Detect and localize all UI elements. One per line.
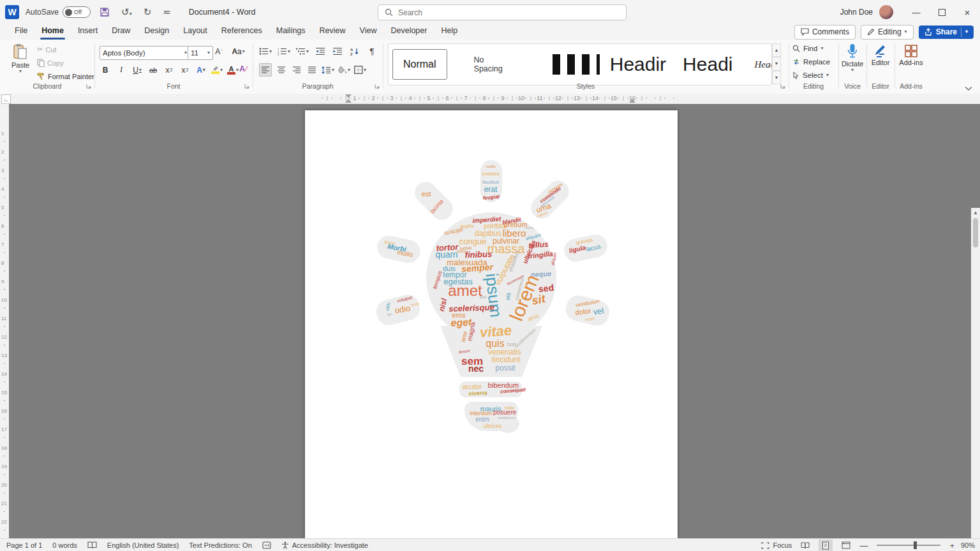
- paragraph-dialog-launcher[interactable]: [374, 83, 380, 89]
- zoom-slider-thumb[interactable]: [914, 541, 917, 549]
- focus-mode-button[interactable]: Focus: [761, 541, 792, 549]
- wordcloud-word: erat: [484, 186, 498, 193]
- highlight-button[interactable]: ▾: [211, 64, 223, 76]
- decrease-indent-button[interactable]: [315, 45, 326, 57]
- tab-file[interactable]: File: [8, 24, 34, 40]
- justify-button[interactable]: [306, 64, 318, 76]
- editing-mode-button[interactable]: Editing ▾: [861, 25, 914, 40]
- numbered-list-button[interactable]: 123▾: [278, 45, 290, 57]
- increase-indent-button[interactable]: [332, 45, 343, 57]
- comments-button[interactable]: Comments: [794, 25, 856, 40]
- scroll-up-icon[interactable]: ▲: [971, 208, 980, 217]
- tab-design[interactable]: Design: [137, 24, 176, 40]
- autosave-toggle[interactable]: AutoSave Off: [26, 6, 91, 18]
- underline-button[interactable]: U▾: [131, 64, 143, 76]
- copy-button[interactable]: Copy: [37, 59, 64, 67]
- autosave-switch[interactable]: Off: [63, 6, 91, 18]
- print-layout-button[interactable]: [819, 540, 833, 551]
- text-predictions-icon[interactable]: [262, 541, 271, 549]
- collapse-ribbon-button[interactable]: [965, 86, 972, 91]
- clipboard-dialog-launcher[interactable]: [85, 83, 92, 89]
- share-button[interactable]: Share ▾: [919, 26, 974, 39]
- word-logo-icon[interactable]: W: [5, 5, 19, 19]
- align-left-button[interactable]: [259, 63, 272, 77]
- zoom-in-button[interactable]: +: [949, 541, 954, 550]
- save-button[interactable]: [97, 7, 112, 17]
- superscript-button[interactable]: x2: [179, 64, 191, 76]
- style-heading1[interactable]: Headir: [610, 54, 666, 75]
- font-size-select[interactable]: 11 ▾: [188, 46, 213, 60]
- align-center-button[interactable]: [276, 64, 287, 76]
- zoom-out-button[interactable]: —: [859, 541, 868, 550]
- web-layout-button[interactable]: [839, 540, 853, 551]
- styles-scroll-down-button[interactable]: ▼: [772, 57, 781, 70]
- tab-layout[interactable]: Layout: [176, 24, 214, 40]
- text-predictions[interactable]: Text Predictions: On: [189, 541, 251, 549]
- format-painter-button[interactable]: Format Painter: [37, 72, 94, 80]
- style-normal[interactable]: Normal: [392, 49, 447, 80]
- hanging-indent-marker[interactable]: [345, 99, 352, 103]
- select-button[interactable]: Select▾: [792, 71, 829, 79]
- zoom-slider[interactable]: [877, 545, 940, 546]
- subscript-button[interactable]: x2: [163, 64, 175, 76]
- shading-button[interactable]: ▾: [338, 64, 350, 76]
- customize-quick-access-icon[interactable]: ≂: [160, 6, 174, 18]
- tab-references[interactable]: References: [214, 24, 269, 40]
- tab-home[interactable]: Home: [34, 24, 71, 40]
- proofing-icon[interactable]: [87, 541, 97, 549]
- style-preview-bars[interactable]: [553, 54, 600, 75]
- tab-help[interactable]: Help: [434, 24, 464, 40]
- tab-view[interactable]: View: [353, 24, 384, 40]
- tab-draw[interactable]: Draw: [105, 24, 137, 40]
- style-no-spacing[interactable]: No Spacing: [474, 55, 503, 73]
- italic-button[interactable]: I: [115, 64, 127, 76]
- tab-developer[interactable]: Developer: [383, 24, 434, 40]
- bold-button[interactable]: B: [100, 64, 111, 76]
- tab-review[interactable]: Review: [313, 24, 353, 40]
- cut-button[interactable]: ✂ Cut: [37, 45, 56, 54]
- borders-button[interactable]: ▾: [354, 64, 366, 76]
- style-heading2[interactable]: Headi: [683, 54, 732, 75]
- paste-button[interactable]: Paste ▾: [9, 43, 32, 74]
- read-mode-button[interactable]: [798, 540, 812, 551]
- restore-button[interactable]: [929, 0, 954, 24]
- text-effects-button[interactable]: A▾: [195, 64, 207, 76]
- vertical-scrollbar[interactable]: ▲: [971, 208, 980, 538]
- font-dialog-launcher[interactable]: [244, 83, 250, 89]
- editor-button[interactable]: Editor: [868, 43, 893, 66]
- styles-dialog-launcher[interactable]: [780, 83, 786, 89]
- replace-button[interactable]: Replace: [792, 58, 830, 66]
- accessibility-status[interactable]: Accessibility: Investigate: [281, 541, 368, 549]
- redo-button[interactable]: ↻: [141, 6, 154, 18]
- minimize-button[interactable]: —: [903, 0, 929, 24]
- tab-stop-selector[interactable]: ∟: [1, 94, 11, 104]
- addins-button[interactable]: Add-ins: [897, 43, 925, 66]
- show-formatting-marks-button[interactable]: ¶: [366, 45, 378, 57]
- user-avatar[interactable]: [879, 5, 893, 19]
- find-button[interactable]: Find▾: [792, 45, 823, 52]
- clear-formatting-button[interactable]: A∕: [237, 62, 249, 75]
- word-count[interactable]: 0 words: [52, 541, 77, 549]
- multilevel-list-button[interactable]: ▾: [296, 45, 309, 57]
- line-spacing-button[interactable]: ▾: [322, 64, 334, 76]
- document-page[interactable]: mollissodalesfaucibuseratfeugiatestlacin…: [305, 110, 678, 538]
- undo-button[interactable]: ↺▾: [119, 6, 135, 18]
- tab-insert[interactable]: Insert: [71, 24, 105, 40]
- bullet-list-button[interactable]: ▾: [259, 45, 272, 57]
- styles-scroll-up-button[interactable]: ▲: [772, 43, 781, 57]
- search-input[interactable]: Search: [378, 4, 627, 20]
- close-button[interactable]: ×: [954, 0, 980, 24]
- sort-button[interactable]: AZ: [349, 45, 360, 57]
- change-case-button[interactable]: Aa▾: [232, 45, 245, 57]
- tab-mailings[interactable]: Mailings: [269, 24, 313, 40]
- zoom-level[interactable]: 90%: [961, 541, 975, 549]
- page-indicator[interactable]: Page 1 of 1: [6, 541, 42, 549]
- align-right-button[interactable]: [291, 64, 302, 76]
- grow-font-button[interactable]: Aˆ: [213, 45, 225, 57]
- strikethrough-button[interactable]: ab: [147, 64, 159, 76]
- dictate-button[interactable]: Dictate ▾: [840, 43, 865, 73]
- language-indicator[interactable]: English (United States): [107, 541, 179, 549]
- style-heading3[interactable]: Heading 3: [755, 59, 773, 70]
- font-family-select[interactable]: Aptos (Body) ▾: [100, 46, 190, 60]
- scrollbar-thumb[interactable]: [973, 218, 978, 247]
